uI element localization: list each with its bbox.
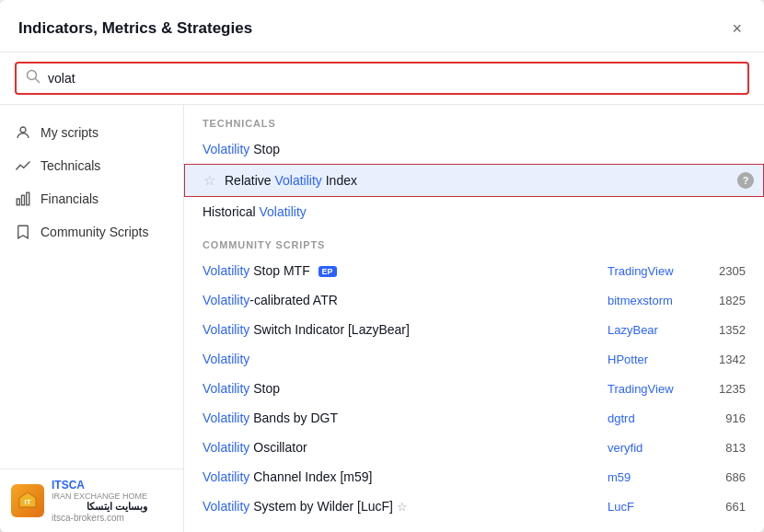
logo-icon: IT xyxy=(11,484,44,517)
sidebar-label-community-scripts: Community Scripts xyxy=(41,225,148,239)
item-name: Volatility xyxy=(203,352,608,366)
author-label: HPotter xyxy=(608,353,700,366)
help-icon[interactable]: ? xyxy=(737,172,754,189)
item-name: Relative Volatility Index xyxy=(225,173,745,188)
item-name: Volatility-calibrated ATR xyxy=(203,293,608,307)
author-label: bitmexstorm xyxy=(608,294,700,307)
search-icon xyxy=(26,69,41,87)
modal-header: Indicators, Metrics & Strategies × xyxy=(0,0,764,52)
svg-rect-3 xyxy=(17,199,19,205)
count-label: 813 xyxy=(700,441,746,455)
bookmark-icon xyxy=(15,224,31,240)
footer-logo-area: IT ITSCA IRAN EXCHANGE HOME وبسایت ایتسک… xyxy=(0,468,184,532)
list-item[interactable]: Volatility Switch Indicator [LazyBear] L… xyxy=(184,315,764,344)
author-label: TradingView xyxy=(608,264,700,278)
extra-star-icon: ☆ xyxy=(397,500,408,514)
list-item[interactable]: Volatility System by Wilder [LucF] ☆ Luc… xyxy=(184,492,764,521)
item-name: Historical Volatility xyxy=(203,204,746,219)
item-name: Volatility Channel Index [m59] xyxy=(203,469,608,484)
svg-line-1 xyxy=(36,79,40,83)
logo-name: ITSCA xyxy=(52,479,147,492)
author-label: LazyBear xyxy=(608,323,700,337)
list-item[interactable]: Volatility Channel Index [m59] m59 686 xyxy=(184,462,764,492)
logo-box: IT ITSCA IRAN EXCHANGE HOME وبسایت ایتسک… xyxy=(11,479,173,523)
logo-site-label: وبسایت ایتسکا xyxy=(52,501,147,513)
count-label: 1352 xyxy=(700,323,746,337)
count-label: 1235 xyxy=(700,382,746,396)
count-label: 686 xyxy=(700,470,746,484)
sidebar: My scripts Technicals xyxy=(0,105,184,532)
search-bar xyxy=(0,52,764,105)
list-item[interactable]: Volatility Stop xyxy=(184,134,764,164)
item-name: Volatility Stop xyxy=(203,381,608,396)
count-label: 1342 xyxy=(700,353,746,366)
list-item[interactable]: Volatility HPotter 1342 xyxy=(184,344,764,374)
search-wrapper xyxy=(15,62,749,95)
logo-text-block: ITSCA IRAN EXCHANGE HOME وبسایت ایتسکا i… xyxy=(52,479,147,523)
main-modal: Indicators, Metrics & Strategies × xyxy=(0,0,764,532)
sidebar-item-community-scripts[interactable]: Community Scripts xyxy=(0,215,183,249)
list-item[interactable]: Volatility Stop TradingView 1235 xyxy=(184,374,764,403)
item-name: Volatility Oscillator xyxy=(203,440,608,455)
list-item[interactable]: Historical Volatility xyxy=(184,197,764,226)
svg-rect-4 xyxy=(22,195,25,205)
author-label: dgtrd xyxy=(608,411,700,425)
modal-title: Indicators, Metrics & Strategies xyxy=(18,19,252,38)
financials-icon xyxy=(15,191,31,207)
person-icon xyxy=(15,124,31,141)
sidebar-label-my-scripts: My scripts xyxy=(41,125,98,140)
section-header-community: COMMUNITY SCRIPTS xyxy=(184,226,764,256)
svg-point-2 xyxy=(20,127,26,133)
svg-rect-5 xyxy=(27,192,29,205)
logo-url: itsca-brokers.com xyxy=(52,513,147,523)
logo-sub: IRAN EXCHANGE HOME xyxy=(52,492,147,501)
sidebar-item-my-scripts[interactable]: My scripts xyxy=(0,116,183,149)
author-label: TradingView xyxy=(608,382,700,396)
count-label: 916 xyxy=(700,411,746,425)
item-name: Volatility Switch Indicator [LazyBear] xyxy=(203,322,608,337)
sidebar-item-financials[interactable]: Financials xyxy=(0,182,183,215)
close-button[interactable]: × xyxy=(728,17,746,40)
list-item[interactable]: Volatility-calibrated ATR bitmexstorm 18… xyxy=(184,285,764,315)
section-header-technicals: TECHNICALS xyxy=(184,105,764,134)
sidebar-label-technicals: Technicals xyxy=(41,158,100,173)
results-panel: TECHNICALS Volatility Stop ☆ Relative Vo… xyxy=(184,105,764,532)
main-content: My scripts Technicals xyxy=(0,105,764,532)
search-input[interactable] xyxy=(48,71,738,86)
list-item[interactable]: ☆ Relative Volatility Index ? xyxy=(184,164,764,197)
sidebar-label-financials: Financials xyxy=(41,191,98,206)
item-name: Volatility Stop xyxy=(203,142,746,156)
star-icon: ☆ xyxy=(203,172,215,189)
sidebar-item-technicals[interactable]: Technicals xyxy=(0,149,183,182)
author-label: veryfid xyxy=(608,441,700,455)
item-name: Volatility System by Wilder [LucF] ☆ xyxy=(203,499,608,514)
technicals-icon xyxy=(15,157,31,174)
author-label: LucF xyxy=(608,500,700,514)
item-name: Volatility Stop MTF EP xyxy=(203,263,608,278)
item-name: Volatility Bands by DGT xyxy=(203,411,608,425)
ep-badge: EP xyxy=(318,266,337,277)
list-item[interactable]: Volatility Bands by DGT dgtrd 916 xyxy=(184,403,764,433)
count-label: 2305 xyxy=(700,264,746,278)
author-label: m59 xyxy=(608,470,700,484)
list-item[interactable]: Volatility Oscillator veryfid 813 xyxy=(184,433,764,462)
list-item[interactable]: Volatility Stop MTF EP TradingView 2305 xyxy=(184,256,764,285)
count-label: 1825 xyxy=(700,294,746,307)
svg-text:IT: IT xyxy=(24,498,30,506)
count-label: 661 xyxy=(700,500,746,514)
